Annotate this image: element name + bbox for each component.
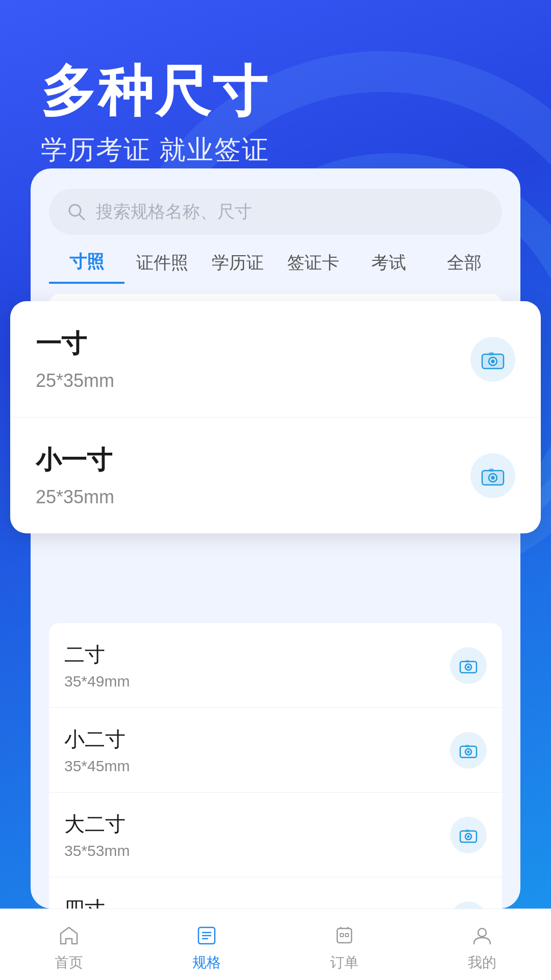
svg-point-10 [467, 666, 470, 668]
header-area: 多种尺寸 学历考证 就业签证 [41, 61, 269, 168]
tab-exam[interactable]: 考试 [351, 251, 427, 283]
spec-icon [193, 922, 220, 949]
svg-rect-13 [465, 745, 469, 747]
item-info: 一寸 25*35mm [36, 327, 114, 391]
nav-label-mine: 我的 [468, 953, 496, 972]
nav-label-spec: 规格 [192, 953, 221, 972]
svg-rect-17 [465, 829, 469, 832]
svg-point-27 [491, 359, 495, 363]
list-item-er-cun[interactable]: 二寸 35*49mm [49, 623, 502, 708]
order-icon [331, 922, 358, 949]
svg-rect-9 [465, 660, 469, 663]
list-item-xiao-er-cun[interactable]: 小二寸 35*45mm [49, 708, 502, 793]
header-subtitle: 学历考证 就业签证 [41, 132, 269, 168]
item-name: 一寸 [36, 327, 114, 361]
item-info: 小一寸 25*35mm [36, 443, 114, 508]
floating-card: 一寸 25*35mm 小一寸 25*35mm [10, 301, 541, 533]
home-icon [56, 922, 82, 949]
item-name: 四寸 [64, 895, 138, 909]
item-info: 四寸 76*102mm [64, 895, 138, 909]
svg-point-40 [478, 928, 486, 937]
item-size: 25*35mm [36, 486, 114, 508]
floating-item-yi-cun[interactable]: 一寸 25*35mm [10, 301, 541, 418]
main-card: 搜索规格名称、尺寸 寸照 证件照 学历证 签证卡 考试 全部 一寸 25*35m… [31, 168, 520, 909]
item-info: 大二寸 35*53mm [64, 810, 130, 860]
nav-item-home[interactable]: 首页 [0, 917, 138, 972]
item-size: 35*49mm [64, 673, 130, 690]
list-item-si-cun[interactable]: 四寸 76*102mm [49, 877, 502, 909]
mine-icon [469, 922, 495, 949]
list-item-da-er-cun[interactable]: 大二寸 35*53mm [49, 793, 502, 877]
item-size: 35*45mm [64, 757, 130, 775]
category-tabs: 寸照 证件照 学历证 签证卡 考试 全部 [31, 235, 520, 284]
camera-button[interactable] [450, 732, 487, 769]
nav-item-spec[interactable]: 规格 [138, 917, 276, 972]
svg-point-14 [467, 750, 470, 753]
nav-item-mine[interactable]: 我的 [413, 917, 551, 972]
svg-rect-39 [345, 934, 348, 937]
item-size: 25*35mm [36, 370, 114, 391]
svg-rect-31 [489, 469, 494, 472]
item-name: 二寸 [64, 641, 130, 669]
svg-rect-37 [337, 928, 352, 943]
floating-item-xiao-yi-cun[interactable]: 小一寸 25*35mm [10, 418, 541, 533]
svg-rect-26 [489, 352, 494, 355]
item-name: 大二寸 [64, 810, 130, 838]
bottom-nav: 首页 规格 订单 [0, 909, 551, 980]
tab-all[interactable]: 全部 [427, 251, 502, 283]
nav-label-home: 首页 [55, 953, 83, 972]
item-info: 二寸 35*49mm [64, 641, 130, 690]
tab-degree[interactable]: 学历证 [200, 251, 276, 283]
search-placeholder: 搜索规格名称、尺寸 [96, 200, 252, 224]
camera-button[interactable] [450, 901, 487, 909]
svg-point-18 [467, 835, 470, 838]
item-size: 35*53mm [64, 842, 130, 860]
svg-point-32 [491, 476, 495, 479]
item-name: 小一寸 [36, 443, 114, 477]
main-list: 二寸 35*49mm 小二寸 35*45mm [49, 623, 502, 909]
camera-button[interactable] [450, 647, 487, 684]
svg-line-1 [79, 214, 84, 219]
tab-id-photo[interactable]: 证件照 [124, 251, 200, 283]
camera-button[interactable] [470, 337, 515, 382]
svg-rect-38 [340, 934, 343, 937]
search-icon [65, 201, 88, 223]
tab-visa[interactable]: 签证卡 [276, 251, 351, 283]
item-name: 小二寸 [64, 725, 130, 753]
tab-inch-photo[interactable]: 寸照 [49, 250, 124, 284]
header-title: 多种尺寸 [41, 61, 269, 122]
nav-item-order[interactable]: 订单 [276, 917, 413, 972]
camera-button[interactable] [470, 453, 515, 498]
camera-button[interactable] [450, 817, 487, 853]
nav-label-order: 订单 [330, 953, 359, 972]
item-info: 小二寸 35*45mm [64, 725, 130, 775]
search-bar[interactable]: 搜索规格名称、尺寸 [49, 189, 502, 235]
